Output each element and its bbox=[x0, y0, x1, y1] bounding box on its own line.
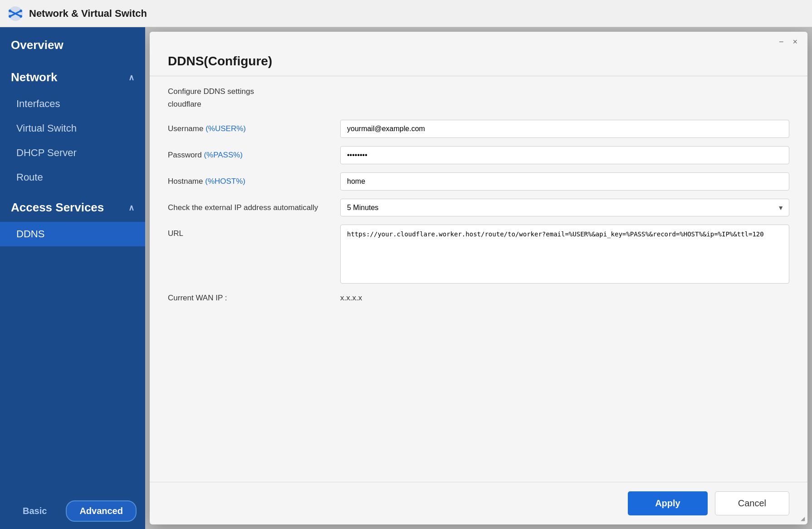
app-title: Network & Virtual Switch bbox=[29, 8, 147, 20]
password-input[interactable] bbox=[340, 146, 789, 164]
sidebar: Overview Network ∧ Interfaces Virtual Sw… bbox=[0, 27, 145, 529]
password-label: Password (%PASS%) bbox=[168, 146, 340, 160]
sidebar-item-virtual-switch[interactable]: Virtual Switch bbox=[0, 116, 145, 141]
password-var: (%PASS%) bbox=[204, 151, 243, 159]
app-icon bbox=[7, 5, 24, 22]
basic-button[interactable]: Basic bbox=[9, 500, 60, 522]
advanced-button[interactable]: Advanced bbox=[66, 500, 137, 522]
url-textarea[interactable]: https://your.cloudflare.worker.host/rout… bbox=[340, 225, 789, 284]
modal-provider: cloudflare bbox=[168, 100, 789, 109]
sidebar-item-interfaces[interactable]: Interfaces bbox=[0, 92, 145, 116]
ddns-configure-modal: − × DDNS(Configure) Configure DDNS setti… bbox=[150, 32, 807, 524]
access-services-chevron-icon: ∧ bbox=[128, 203, 134, 213]
title-bar: Network & Virtual Switch bbox=[0, 0, 812, 27]
hostname-input[interactable] bbox=[340, 172, 789, 191]
url-row: URL https://your.cloudflare.worker.host/… bbox=[168, 225, 789, 285]
svg-point-6 bbox=[20, 15, 22, 18]
check-ip-row: Check the external IP address automatica… bbox=[168, 199, 789, 216]
hostname-row: Hostname (%HOST%) bbox=[168, 172, 789, 191]
sidebar-section-access-services[interactable]: Access Services ∧ bbox=[0, 190, 145, 222]
apply-button[interactable]: Apply bbox=[628, 491, 708, 515]
hostname-var: (%HOST%) bbox=[205, 177, 245, 186]
url-label: URL bbox=[168, 225, 340, 238]
password-control bbox=[340, 146, 789, 164]
wan-ip-value: x.x.x.x bbox=[340, 294, 362, 303]
modal-body: Configure DDNS settings cloudflare Usern… bbox=[150, 76, 807, 482]
modal-footer: Apply Cancel bbox=[150, 482, 807, 524]
modal-titlebar: − × bbox=[150, 32, 807, 49]
sidebar-item-dhcp-server[interactable]: DHCP Server bbox=[0, 141, 145, 165]
sidebar-item-route[interactable]: Route bbox=[0, 165, 145, 190]
wan-ip-label: Current WAN IP : bbox=[168, 294, 340, 303]
modal-subtitle: Configure DDNS settings bbox=[168, 87, 789, 96]
check-ip-select[interactable]: 1 Minute 5 Minutes 10 Minutes 30 Minutes… bbox=[340, 199, 789, 216]
username-control bbox=[340, 120, 789, 138]
modal-header: DDNS(Configure) bbox=[150, 49, 807, 76]
svg-point-4 bbox=[20, 10, 22, 12]
main-content: − × DDNS(Configure) Configure DDNS setti… bbox=[145, 27, 812, 529]
wan-ip-row: Current WAN IP : x.x.x.x bbox=[168, 294, 789, 303]
sidebar-section-network[interactable]: Network ∧ bbox=[0, 59, 145, 92]
hostname-label: Hostname (%HOST%) bbox=[168, 172, 340, 186]
svg-point-5 bbox=[9, 15, 11, 18]
check-ip-control: 1 Minute 5 Minutes 10 Minutes 30 Minutes… bbox=[340, 199, 789, 216]
check-ip-select-wrapper: 1 Minute 5 Minutes 10 Minutes 30 Minutes… bbox=[340, 199, 789, 216]
sidebar-item-ddns[interactable]: DDNS bbox=[0, 222, 145, 246]
modal-close-button[interactable]: × bbox=[790, 36, 800, 48]
url-control: https://your.cloudflare.worker.host/rout… bbox=[340, 225, 789, 285]
resize-corner-icon[interactable]: ◢ bbox=[801, 515, 805, 522]
modal-minimize-button[interactable]: − bbox=[776, 36, 787, 48]
modal-controls: − × bbox=[776, 36, 800, 48]
sidebar-footer: Basic Advanced bbox=[0, 493, 145, 529]
username-input[interactable] bbox=[340, 120, 789, 138]
check-ip-label: Check the external IP address automatica… bbox=[168, 199, 340, 212]
username-label: Username (%USER%) bbox=[168, 120, 340, 133]
network-chevron-icon: ∧ bbox=[128, 73, 134, 83]
hostname-control bbox=[340, 172, 789, 191]
sidebar-item-overview[interactable]: Overview bbox=[0, 27, 145, 59]
svg-point-3 bbox=[9, 10, 11, 12]
modal-title: DDNS(Configure) bbox=[168, 54, 789, 69]
cancel-button[interactable]: Cancel bbox=[715, 491, 789, 515]
username-var: (%USER%) bbox=[205, 124, 246, 133]
password-row: Password (%PASS%) bbox=[168, 146, 789, 164]
username-row: Username (%USER%) bbox=[168, 120, 789, 138]
